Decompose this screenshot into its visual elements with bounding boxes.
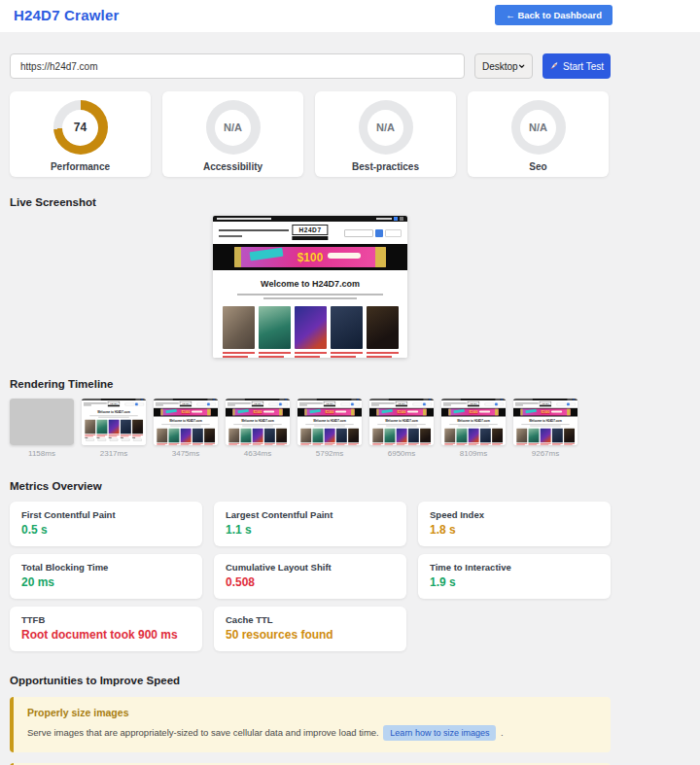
timeline-thumbnail[interactable]: H24D7 $100 Welcome to H24D7.com	[226, 399, 290, 445]
mini-product-cover	[264, 429, 275, 443]
timeline-thumbnail[interactable]: H24D7 $100 Welcome to H24D7.com	[82, 399, 146, 445]
mini-site-navbar: H24D7	[226, 400, 290, 408]
metric-label: Cache TTL	[226, 614, 395, 625]
mini-product-card	[300, 429, 311, 445]
mini-product-card	[276, 429, 287, 445]
page-title: H24D7 Crawler	[14, 7, 120, 23]
timeline-row: 1158ms H24D7	[10, 399, 611, 458]
mini-site-logo: H24D7	[108, 401, 120, 406]
timeline-thumbnail[interactable]: H24D7 $100 Welcome to H24D7.com	[441, 399, 506, 445]
mini-product-cover	[552, 429, 563, 443]
mini-product-cover	[469, 429, 479, 443]
mini-site-body: Welcome to H24D7.com	[441, 416, 506, 445]
timeline-thumbnail[interactable]	[10, 399, 74, 445]
mini-product-grid	[441, 429, 506, 445]
mini-product-card	[259, 306, 291, 358]
mini-product-grid	[369, 429, 434, 445]
mini-product-card	[325, 429, 335, 445]
mini-welcome-heading: Welcome to H24D7.com	[213, 279, 407, 289]
seo-label: Seo	[529, 161, 546, 172]
mini-search-input	[344, 229, 373, 237]
mini-ad-banner: $100	[234, 247, 386, 267]
mini-logo-bar	[180, 405, 192, 406]
mini-product-cover	[276, 429, 287, 443]
mini-product-cover	[397, 429, 407, 443]
mini-product-card	[516, 429, 527, 445]
mini-nav-links	[299, 402, 323, 405]
metric-label: Speed Index	[430, 509, 599, 520]
mini-product-card	[552, 429, 563, 445]
mini-website-page: H24D7 $100 Welcome to H24D7.com	[213, 216, 407, 358]
start-test-button[interactable]: Start Test	[542, 53, 611, 79]
mini-logo-bar	[252, 405, 263, 406]
score-card-seo[interactable]: N/A Seo	[468, 91, 609, 177]
mini-product-card	[109, 420, 120, 441]
mini-product-cover	[420, 429, 431, 443]
mini-banner-amount: $100	[182, 410, 191, 415]
mini-search-input	[485, 402, 495, 405]
mini-site-navbar: H24D7	[369, 400, 434, 408]
mini-welcome-heading: Welcome to H24D7.com	[298, 419, 362, 422]
seo-score-value: N/A	[520, 110, 556, 146]
mini-site-logo: H24D7	[180, 401, 192, 406]
timeline-frame: H24D7 $100 Welcome to H24D7.com	[226, 399, 290, 458]
mini-product-cover	[240, 429, 251, 443]
mini-language-select	[282, 402, 288, 405]
mini-welcome-heading: Welcome to H24D7.com	[82, 411, 146, 414]
mini-language-select	[138, 402, 144, 405]
mini-search-input	[125, 402, 135, 405]
mini-logo-bar	[292, 236, 328, 240]
metric-value: Root document took 900 ms	[21, 628, 191, 642]
metric-value: 1.8 s	[430, 523, 599, 537]
mini-banner-pill	[479, 411, 490, 413]
mini-product-cover	[528, 429, 539, 443]
mini-product-cover	[223, 306, 255, 349]
timeline-frame: H24D7 $100 Welcome to H24D7.com	[82, 399, 146, 458]
score-card-performance[interactable]: 74 Performance	[10, 91, 151, 177]
accessibility-donut-chart: N/A	[206, 100, 261, 155]
timeline-thumbnail[interactable]: H24D7 $100 Welcome to H24D7.com	[513, 399, 578, 445]
mini-language-select	[426, 402, 432, 405]
score-card-best-practices[interactable]: N/A Best-practices	[315, 91, 456, 177]
mini-search-button	[495, 402, 498, 405]
mini-product-cover	[348, 429, 359, 443]
score-card-accessibility[interactable]: N/A Accessibility	[162, 91, 303, 177]
metric-value: 1.9 s	[430, 575, 599, 589]
mini-banner-amount: $100	[298, 250, 324, 263]
mini-product-cover	[259, 306, 291, 349]
performance-label: Performance	[51, 161, 110, 172]
test-controls-row: Desktop Start Test	[10, 53, 611, 79]
mini-language-select	[498, 402, 504, 405]
mini-site-body: Welcome to H24D7.com	[82, 408, 146, 441]
mini-search-button	[207, 402, 210, 405]
url-input[interactable]	[10, 53, 465, 79]
learn-size-images-button[interactable]: Learn how to size images	[383, 725, 496, 741]
mini-logo-bar	[324, 405, 335, 406]
mini-site-body: Welcome to H24D7.com	[369, 416, 434, 445]
timeline-thumbnail[interactable]: H24D7 $100 Welcome to H24D7.com	[369, 399, 434, 445]
timeline-timestamp: 2317ms	[82, 449, 146, 458]
mini-tagline-line	[458, 426, 489, 427]
metric-card-speed-index: Speed Index 1.8 s	[418, 502, 611, 546]
mini-search-input	[269, 402, 279, 405]
mini-banner-pill	[551, 411, 562, 413]
mini-logo-text: H24D7	[292, 225, 328, 235]
accessibility-score-value: N/A	[215, 110, 251, 146]
metric-card-tbt: Total Blocking Time 20 ms	[10, 554, 202, 599]
timeline-thumbnail[interactable]: H24D7 $100 Welcome to H24D7.com	[154, 399, 218, 445]
back-to-dashboard-button[interactable]: ← Back to Dashboard	[495, 5, 612, 25]
mini-product-card	[348, 429, 359, 445]
rocket-icon	[549, 61, 559, 71]
timeline-thumbnail[interactable]: H24D7 $100 Welcome to H24D7.com	[298, 399, 362, 445]
mini-banner-amount: $100	[326, 410, 334, 415]
mini-product-card	[541, 429, 551, 445]
accessibility-label: Accessibility	[203, 161, 262, 172]
timeline-frame: H24D7 $100 Welcome to H24D7.com	[369, 399, 434, 458]
mini-product-card	[295, 306, 327, 358]
mini-website-page: H24D7 $100 Welcome to H24D7.com	[298, 399, 362, 445]
mini-banner-pill	[328, 253, 361, 259]
device-select[interactable]: Desktop	[474, 53, 533, 79]
mini-topbar-text	[217, 218, 271, 220]
mini-site-body: Welcome to H24D7.com	[298, 416, 362, 445]
mini-product-card	[204, 429, 215, 445]
